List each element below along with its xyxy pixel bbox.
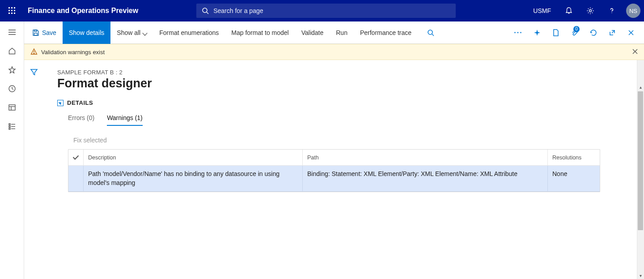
svg-rect-26: [34, 33, 38, 35]
company-picker[interactable]: USMF: [526, 7, 558, 14]
help-icon: [608, 7, 616, 15]
svg-rect-5: [14, 10, 15, 11]
svg-line-10: [207, 12, 208, 14]
search-icon: [427, 29, 434, 36]
column-header-resolutions[interactable]: Resolutions: [548, 150, 600, 166]
global-search[interactable]: [196, 4, 456, 18]
map-format-to-model-button[interactable]: Map format to model: [225, 21, 295, 44]
popout-icon: [609, 29, 616, 36]
nav-workspaces[interactable]: [8, 103, 17, 112]
more-actions-button[interactable]: ···: [510, 21, 527, 44]
copilot-button[interactable]: [529, 21, 546, 44]
help-button[interactable]: [601, 0, 623, 21]
nav-home[interactable]: [8, 47, 17, 56]
nav-recent[interactable]: [8, 84, 17, 93]
show-details-button[interactable]: Show details: [63, 21, 110, 44]
svg-line-29: [432, 34, 434, 36]
nav-modules[interactable]: [8, 122, 17, 131]
nav-favorites[interactable]: [8, 65, 17, 74]
bell-icon: [565, 7, 573, 15]
attachments-count: 0: [573, 26, 580, 32]
document-icon: [552, 29, 559, 37]
map-format-label: Map format to model: [231, 29, 288, 36]
svg-point-9: [203, 8, 207, 13]
details-section-label: DETAILS: [67, 99, 93, 106]
star-icon: [8, 66, 16, 74]
action-search-button[interactable]: [422, 21, 439, 44]
notifications-button[interactable]: [558, 0, 580, 21]
office-addins-button[interactable]: [547, 21, 564, 44]
save-label: Save: [42, 29, 56, 36]
filter-button[interactable]: [30, 68, 38, 279]
scroll-down-arrow[interactable]: ▾: [637, 272, 644, 279]
svg-rect-2: [14, 7, 15, 9]
filter-icon: [30, 68, 38, 76]
close-icon: [628, 30, 634, 36]
breadcrumb: SAMPLE FORMAT B : 2: [57, 69, 631, 76]
svg-point-12: [611, 13, 612, 13]
gear-icon: [586, 7, 594, 15]
show-details-label: Show details: [69, 29, 104, 36]
scroll-thumb[interactable]: [638, 91, 643, 230]
performance-trace-button[interactable]: Performance trace: [354, 21, 418, 44]
clock-icon: [8, 85, 16, 93]
details-collapse-toggle[interactable]: [57, 100, 64, 106]
popout-button[interactable]: [604, 21, 621, 44]
table-row[interactable]: Path 'model/Vendor/Name' has no binding …: [68, 166, 600, 192]
search-input[interactable]: [213, 7, 450, 14]
svg-rect-22: [9, 126, 10, 127]
run-button[interactable]: Run: [330, 21, 354, 44]
warning-icon: [30, 48, 38, 56]
validate-button[interactable]: Validate: [295, 21, 330, 44]
banner-text: Validation warnings exist: [41, 49, 105, 56]
page-title: Format designer: [57, 77, 631, 90]
svg-point-34: [34, 53, 34, 53]
ellipsis-icon: ···: [514, 29, 522, 37]
home-icon: [8, 47, 16, 55]
cell-description: Path 'model/Vendor/Name' has no binding …: [84, 166, 303, 191]
svg-line-30: [612, 30, 614, 33]
svg-rect-8: [14, 13, 15, 14]
attachments-button[interactable]: 0: [566, 21, 583, 44]
svg-rect-1: [11, 7, 13, 9]
select-all-checkbox[interactable]: [68, 150, 84, 166]
warnings-table: Description Path Resolutions Path 'model…: [68, 149, 600, 192]
fix-selected-button[interactable]: Fix selected: [73, 137, 631, 144]
scroll-up-arrow[interactable]: ▴: [637, 83, 644, 90]
row-selector[interactable]: [68, 166, 84, 191]
svg-point-28: [428, 30, 432, 34]
app-launcher-button[interactable]: [0, 0, 24, 21]
nav-collapse-button[interactable]: [8, 28, 17, 37]
tab-warnings[interactable]: Warnings (1): [107, 114, 143, 126]
svg-rect-7: [11, 13, 13, 14]
banner-close-button[interactable]: [632, 49, 638, 56]
save-button[interactable]: Save: [26, 21, 63, 44]
svg-rect-0: [8, 7, 10, 9]
close-page-button[interactable]: [623, 21, 640, 44]
show-all-button[interactable]: Show all: [110, 21, 153, 44]
cell-resolutions: None: [548, 166, 600, 191]
search-icon: [202, 7, 209, 14]
user-avatar[interactable]: NS: [626, 4, 640, 18]
svg-point-11: [589, 10, 592, 12]
show-all-label: Show all: [117, 29, 140, 36]
svg-rect-24: [9, 128, 10, 129]
run-label: Run: [336, 29, 347, 36]
app-title: Finance and Operations Preview: [24, 7, 138, 15]
waffle-icon: [8, 7, 16, 14]
format-enumerations-button[interactable]: Format enumerations: [153, 21, 225, 44]
svg-rect-27: [34, 30, 37, 32]
svg-rect-17: [9, 105, 15, 110]
refresh-button[interactable]: [585, 21, 602, 44]
tab-errors[interactable]: Errors (0): [68, 114, 94, 126]
svg-rect-20: [9, 124, 10, 125]
settings-button[interactable]: [580, 0, 601, 21]
column-header-path[interactable]: Path: [303, 150, 548, 166]
chevron-down-icon: [143, 29, 147, 36]
sparkle-icon: [533, 29, 541, 37]
vertical-scrollbar[interactable]: ▴ ▾: [637, 60, 644, 279]
close-icon: [632, 49, 638, 54]
collapse-triangle-icon: [58, 101, 62, 105]
save-icon: [32, 29, 39, 36]
column-header-description[interactable]: Description: [84, 150, 303, 166]
